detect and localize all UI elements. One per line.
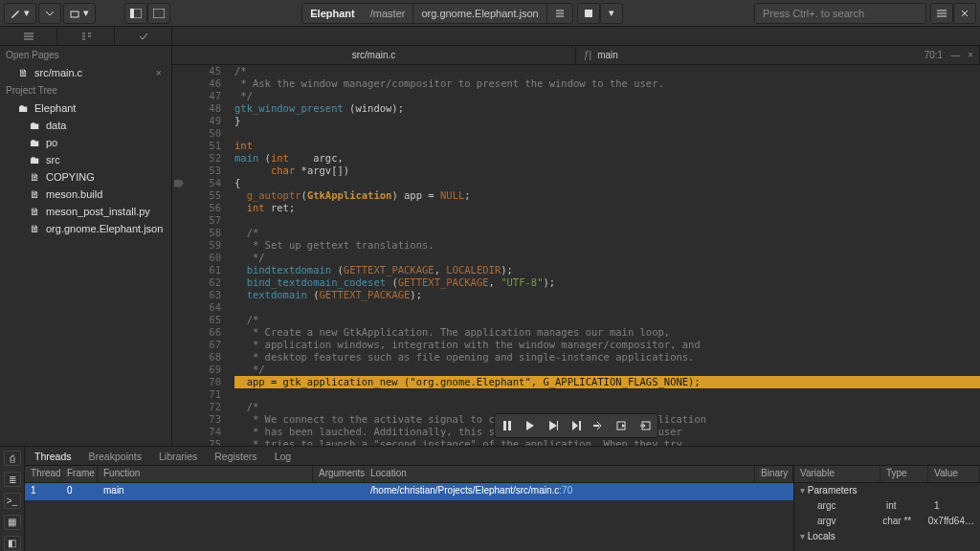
box-icon xyxy=(70,9,79,18)
open-page-item[interactable]: 🗎src/main.c× xyxy=(0,64,171,81)
view-list-button[interactable] xyxy=(0,27,57,45)
panel-tab-registers[interactable]: Registers xyxy=(214,451,256,462)
panel-bottom-button[interactable] xyxy=(147,3,170,24)
editor-tabbar: src/main.c ƒ| main 70:1 — × xyxy=(172,46,980,65)
build-target: org.gnome.Elephant.json xyxy=(413,4,546,23)
panel-tab-libraries[interactable]: Libraries xyxy=(159,451,197,462)
panel-icon-terminal[interactable]: >_ xyxy=(4,493,21,508)
file-icon: 🗎 xyxy=(29,206,40,217)
variable-row[interactable]: argcint1 xyxy=(794,498,980,514)
svg-rect-3 xyxy=(153,9,165,18)
function-icon: ƒ| xyxy=(576,50,591,60)
panel-tab-log[interactable]: Log xyxy=(275,451,292,462)
threads-header-row: Thread Frame Function Arguments Location… xyxy=(25,466,793,483)
header-bar: ▾ ▾ Elephant / master org.gnome.Elephant… xyxy=(0,0,980,27)
tree-item[interactable]: 🖿src xyxy=(0,151,171,168)
pencil-icon xyxy=(11,9,20,18)
back-menu-button[interactable]: ▾ xyxy=(4,3,36,24)
menu-icon xyxy=(936,9,947,18)
tree-item[interactable]: 🗎meson.build xyxy=(0,186,171,203)
tree-item[interactable]: 🗎COPYING xyxy=(0,168,171,186)
close-window-button[interactable] xyxy=(953,3,976,24)
tree-item[interactable]: 🗎meson_post_install.py xyxy=(0,203,171,220)
exit-icon xyxy=(639,421,651,430)
file-icon: 🗎 xyxy=(29,171,40,183)
close-icon[interactable]: × xyxy=(156,67,162,78)
chevron-down-icon: ▾ xyxy=(609,7,614,19)
new-file-button[interactable] xyxy=(38,3,61,24)
step-in-icon xyxy=(593,421,605,430)
view-check-button[interactable] xyxy=(115,27,172,45)
svg-rect-2 xyxy=(130,9,134,18)
panel-bottom-icon xyxy=(153,9,165,18)
project-name: Elephant xyxy=(302,4,362,23)
step-into-icon xyxy=(571,421,581,430)
cursor-position: 70:1 xyxy=(924,50,943,60)
tab-extra: — xyxy=(950,50,960,60)
tree-item[interactable]: 🗎org.gnome.Elephant.json xyxy=(0,220,171,237)
step-into-button[interactable] xyxy=(566,416,587,435)
hamburger-menu-button[interactable] xyxy=(930,3,953,24)
code-editor[interactable]: 4546474849505152535455565758596061626364… xyxy=(172,65,980,446)
omnibar[interactable]: Elephant / master org.gnome.Elephant.jso… xyxy=(301,3,572,24)
panel-left-button[interactable] xyxy=(124,3,147,24)
tree-item[interactable]: 🖿Elephant xyxy=(0,99,171,117)
stop-button[interactable] xyxy=(577,3,600,24)
global-search[interactable]: Press Ctrl+. to search xyxy=(754,3,926,24)
tree-item[interactable]: 🖿data xyxy=(0,117,171,134)
tree-item[interactable]: 🖿po xyxy=(0,134,171,151)
folder-icon: 🖿 xyxy=(29,154,40,165)
svg-rect-0 xyxy=(71,11,78,17)
step-over-icon xyxy=(548,421,558,430)
folder-icon: 🖿 xyxy=(29,137,40,148)
open-pages-header: Open Pages xyxy=(0,46,171,64)
svg-rect-4 xyxy=(585,10,592,17)
perspective-toolbar xyxy=(0,27,980,46)
run-menu-button[interactable]: ▾ xyxy=(600,3,623,24)
thread-row[interactable]: 1 0 main /home/christian/Projects/Elepha… xyxy=(25,483,793,500)
panel-icon-1[interactable]: ⎙ xyxy=(4,451,21,466)
close-icon[interactable]: × xyxy=(968,50,973,60)
tab-source[interactable]: src/main.c xyxy=(172,46,576,64)
panel-tab-threads[interactable]: Threads xyxy=(34,451,72,462)
debug-panel: ⎙ ≣ >_ ▦ ◧ ThreadsBreakpointsLibrariesRe… xyxy=(0,446,980,551)
panel-icon-5[interactable]: ◧ xyxy=(4,536,21,551)
config-icon[interactable] xyxy=(547,4,572,23)
close-icon xyxy=(960,9,969,18)
panel-tab-breakpoints[interactable]: Breakpoints xyxy=(89,451,142,462)
panel-tabs: ThreadsBreakpointsLibrariesRegistersLog xyxy=(25,447,980,466)
sidebar: Open Pages 🗎src/main.c× Project Tree 🖿El… xyxy=(0,46,172,446)
exit-button[interactable] xyxy=(635,416,656,435)
svg-rect-7 xyxy=(557,421,558,430)
debug-controls xyxy=(494,413,658,438)
parameters-group[interactable]: Parameters xyxy=(794,483,980,498)
chevron-down-icon xyxy=(45,9,55,18)
file-icon: 🗎 xyxy=(29,188,40,200)
continue-button[interactable] xyxy=(520,416,541,435)
chevron-down-icon: ▾ xyxy=(83,7,89,19)
svg-rect-8 xyxy=(579,421,581,430)
svg-rect-9 xyxy=(593,425,599,427)
locals-group[interactable]: Locals xyxy=(794,529,980,544)
panel-icon-2[interactable]: ≣ xyxy=(4,472,21,487)
svg-rect-6 xyxy=(508,421,511,430)
folder-icon: 🖿 xyxy=(17,102,29,114)
pause-button[interactable] xyxy=(497,416,518,435)
step-over-button[interactable] xyxy=(543,416,564,435)
chevron-down-icon: ▾ xyxy=(24,7,30,19)
view-tree-button[interactable] xyxy=(57,27,115,45)
step-out-button[interactable] xyxy=(612,416,633,435)
play-icon xyxy=(525,421,535,430)
variables-header-row: Variable Type Value xyxy=(794,466,980,483)
file-icon: 🗎 xyxy=(17,67,29,78)
svg-rect-5 xyxy=(503,421,506,430)
project-tree-header: Project Tree xyxy=(0,81,171,99)
branch-name: / master xyxy=(363,4,413,23)
tab-function[interactable]: ƒ| main 70:1 — × xyxy=(576,46,980,64)
open-menu-button[interactable]: ▾ xyxy=(63,3,96,24)
list-icon xyxy=(23,32,34,41)
panel-icon-4[interactable]: ▦ xyxy=(4,515,21,530)
variable-row[interactable]: argvchar **0x7ffd64… xyxy=(794,514,980,529)
step-in-button[interactable] xyxy=(589,416,610,435)
file-icon: 🗎 xyxy=(29,223,40,234)
